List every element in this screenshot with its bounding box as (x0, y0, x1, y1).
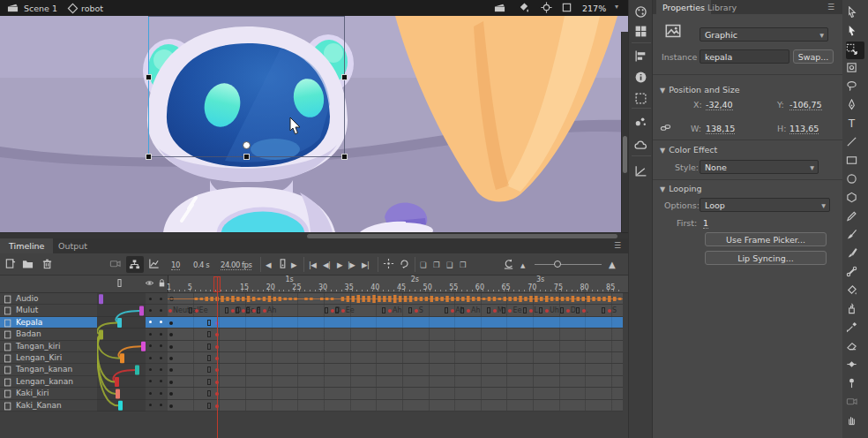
mouth-keyframe[interactable] (388, 309, 392, 313)
go-last-frame-icon[interactable]: ▶| (362, 261, 369, 269)
step-back-icon[interactable]: ◀ (266, 261, 271, 269)
loop-playback-icon[interactable] (399, 258, 410, 269)
delete-layer-icon[interactable] (41, 258, 53, 269)
mouth-keyframe[interactable] (493, 309, 497, 313)
cc-libraries-panel-icon[interactable] (634, 140, 647, 153)
new-folder-icon[interactable] (22, 258, 34, 269)
x-value[interactable]: -32,40 (706, 100, 733, 110)
new-layer-icon[interactable] (4, 258, 16, 269)
layer-frames[interactable] (168, 328, 623, 340)
timeline-menu-icon[interactable]: ☰ (614, 241, 621, 250)
mouth-keyframe[interactable] (508, 309, 512, 313)
zoom-chevron-icon[interactable]: ▾ (615, 3, 618, 11)
layer-name[interactable]: Lengan_Kiri (0, 352, 97, 364)
mouth-keyframe[interactable] (545, 309, 549, 313)
w-value[interactable]: 138,15 (706, 124, 735, 134)
layer-frames[interactable] (168, 352, 623, 364)
paint-bucket-tool[interactable] (846, 283, 864, 300)
layer-frames[interactable] (168, 317, 623, 328)
align-panel-icon[interactable] (634, 49, 647, 63)
asset-warp-tool[interactable] (846, 375, 864, 393)
layer-visibility-lock-dots[interactable] (146, 317, 168, 328)
playhead-marker[interactable] (213, 276, 221, 292)
edit-scene-icon[interactable] (494, 2, 505, 13)
zoom-level[interactable]: 217% (582, 4, 606, 13)
keyframe[interactable] (169, 333, 173, 336)
eyedropper-tool[interactable] (846, 320, 864, 337)
layer-parent-cell[interactable] (97, 400, 146, 412)
paint-brush-tool[interactable] (846, 227, 864, 245)
fluid-brush-tool[interactable] (846, 245, 864, 263)
subselection-tool[interactable] (846, 23, 864, 41)
layer-name[interactable]: Badan (0, 328, 97, 340)
selection-handle[interactable] (146, 154, 152, 160)
transform-panel-icon[interactable] (634, 92, 647, 105)
shorter-frames-icon[interactable]: ▲ (520, 262, 525, 269)
layer-frames[interactable]: NeutralEeDEeFAhDEeAhSAhAhMEeLUhD.S (168, 305, 623, 316)
tab-properties[interactable]: Properties (656, 0, 711, 14)
mouth-keyframe[interactable] (168, 309, 172, 313)
position-size-section-header[interactable]: ▼Position and Size (660, 85, 740, 94)
selection-tool[interactable] (846, 4, 864, 22)
pencil-tool[interactable] (846, 208, 864, 226)
style-dropdown[interactable]: None▾ (700, 160, 819, 174)
color-panel-icon[interactable] (634, 5, 647, 19)
lock-column-icon[interactable] (157, 278, 167, 288)
layer-row-Lengan_Kiri[interactable]: Lengan_Kiri (0, 352, 628, 364)
selection-handle[interactable] (341, 154, 348, 160)
taller-frames-icon[interactable]: ▲ (609, 260, 615, 269)
clip-content-icon[interactable] (561, 2, 572, 13)
edit-multiple-frames-icon[interactable]: ❑ (446, 261, 453, 269)
layer-frames[interactable] (168, 376, 623, 388)
color-effect-section-header[interactable]: ▼Color Effect (660, 145, 717, 155)
loop-options-dropdown[interactable]: Loop▾ (700, 198, 830, 212)
info-panel-icon[interactable] (634, 71, 647, 84)
selection-handle[interactable] (341, 74, 348, 80)
looping-section-header[interactable]: ▼Looping (660, 184, 702, 193)
camera-tool[interactable] (846, 394, 864, 412)
play-icon[interactable]: ▶ (337, 261, 342, 269)
layer-row-Audio[interactable]: Audio (0, 293, 628, 305)
bone-tool[interactable] (846, 264, 864, 282)
layer-row-Lengan_kanan[interactable]: Lengan_kanan (0, 376, 628, 388)
frame-size-slider-track[interactable] (535, 264, 602, 265)
swatches-panel-icon[interactable] (634, 25, 647, 38)
layer-name[interactable]: Tangan_kanan (0, 364, 97, 375)
mouth-keyframe[interactable] (263, 309, 266, 313)
mouth-keyframe[interactable] (451, 309, 454, 313)
layer-visibility-lock-dots[interactable] (146, 364, 168, 375)
gradient-transform-tool[interactable] (846, 60, 864, 78)
layer-visibility-lock-dots[interactable] (146, 376, 168, 388)
scene-breadcrumb[interactable]: Scene 1 (24, 4, 57, 13)
layer-parent-cell[interactable] (97, 376, 146, 388)
symbol-type-dropdown[interactable]: Graphic▾ (700, 27, 828, 42)
hand-tool[interactable] (846, 412, 864, 430)
layer-row-Kaki_kiri[interactable]: Kaki_kiri (0, 388, 628, 399)
swap-button[interactable]: Swap... (793, 49, 834, 64)
center-frame-icon[interactable] (383, 258, 394, 269)
mouth-keyframe[interactable] (467, 309, 470, 313)
free-transform-tool[interactable] (846, 42, 864, 59)
graph-editor-icon[interactable] (148, 258, 160, 269)
layer-name[interactable]: Audio (0, 293, 97, 305)
oval-tool[interactable] (846, 171, 864, 189)
frame-size-slider-knob[interactable] (554, 261, 561, 268)
tab-timeline[interactable]: Timeline (0, 238, 53, 253)
layer-row-Tangan_kanan[interactable]: Tangan_kanan (0, 364, 628, 375)
layer-row-Mulut[interactable]: MulutNeutralEeDEeFAhDEeAhSAhAhMEeLUhD.S (0, 305, 628, 316)
keyframe[interactable] (169, 392, 173, 396)
layer-name[interactable]: Kaki_kiri (0, 388, 97, 399)
step-back-one-icon[interactable]: ◀| (323, 261, 330, 269)
transformation-point[interactable] (243, 141, 251, 149)
layer-frames[interactable] (168, 388, 623, 399)
frame-rate[interactable]: 24.00 fps (221, 261, 251, 270)
layer-name[interactable]: Tangan_kiri (0, 341, 97, 352)
keyframe[interactable] (169, 368, 173, 372)
eraser-tool[interactable] (846, 338, 864, 356)
pen-tool[interactable] (846, 97, 864, 115)
layer-parent-cell[interactable] (97, 317, 146, 328)
current-frame-value[interactable]: 10 (171, 261, 180, 270)
selection-handle[interactable] (243, 154, 250, 160)
layer-name[interactable]: Kaki_Kanan (0, 400, 97, 412)
onion-skin-icon[interactable]: ❏ (420, 261, 426, 269)
